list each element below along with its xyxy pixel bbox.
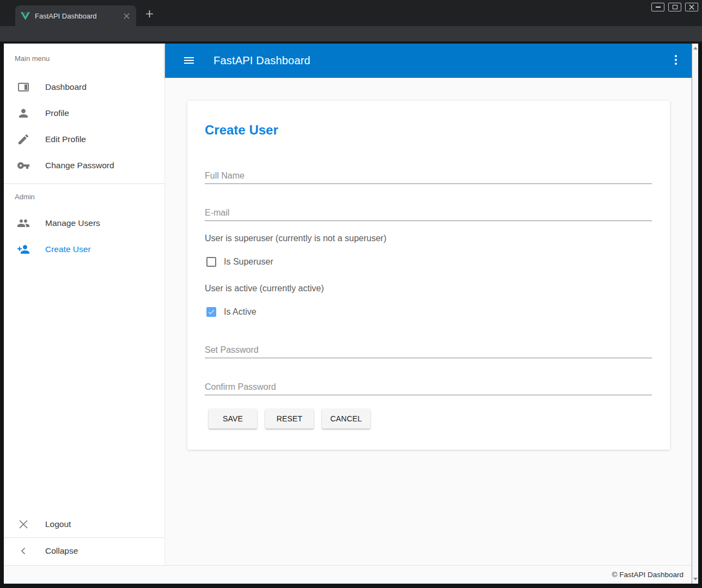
sidebar-item-create-user[interactable]: Create User — [4, 236, 164, 262]
superuser-checkbox-row: Is Superuser — [206, 257, 273, 267]
app-title: FastAPI Dashboard — [213, 44, 310, 78]
maximize-icon — [673, 5, 677, 9]
sidebar-section-admin: Admin — [4, 184, 164, 206]
superuser-note: User is superuser (currently is not a su… — [205, 234, 386, 243]
sidebar-item-label: Profile — [45, 108, 69, 118]
minimize-icon — [656, 7, 661, 8]
set-password-input[interactable] — [205, 345, 652, 355]
sidebar-bottom: Logout Collapse — [4, 511, 164, 564]
sidebar-item-dashboard[interactable]: Dashboard — [4, 74, 164, 100]
tab-close-icon[interactable] — [122, 11, 131, 20]
email-input[interactable] — [205, 208, 652, 218]
save-button[interactable]: SAVE — [209, 409, 257, 428]
window-controls — [651, 3, 698, 11]
people-icon — [17, 217, 30, 230]
new-tab-button[interactable] — [143, 7, 156, 20]
full-name-input[interactable] — [205, 171, 652, 181]
page-footer: © FastAPI Dashboard — [4, 565, 692, 584]
sidebar-section-main-menu: Main menu — [4, 44, 164, 65]
main-content: Create User User is superuser (currently… — [165, 78, 692, 565]
key-icon — [17, 159, 30, 172]
sidebar-item-edit-profile[interactable]: Edit Profile — [4, 126, 164, 152]
scroll-up-icon[interactable] — [693, 47, 698, 50]
window-minimize-button[interactable] — [651, 3, 664, 11]
browser-titlebar: FastAPI Dashboard — [0, 0, 702, 26]
confirm-password-field — [205, 373, 652, 395]
sidebar-item-label: Dashboard — [45, 82, 87, 92]
app-bar: FastAPI Dashboard — [165, 44, 692, 78]
close-icon — [689, 4, 694, 10]
browser-toolbar: localhost/main/admin/users/create — [0, 26, 702, 42]
chevron-left-icon — [17, 544, 30, 558]
reset-button[interactable]: RESET — [265, 409, 314, 428]
form-actions: SAVE RESET CANCEL — [209, 409, 370, 428]
hamburger-menu-icon[interactable] — [184, 57, 194, 64]
is-active-checkbox[interactable] — [206, 307, 216, 317]
sidebar-item-label: Collapse — [45, 546, 78, 556]
set-password-field — [205, 336, 652, 358]
vue-logo-icon — [21, 12, 30, 20]
sidebar-item-label: Logout — [45, 519, 71, 529]
scroll-down-icon[interactable] — [693, 578, 698, 580]
sidebar-item-manage-users[interactable]: Manage Users — [4, 210, 164, 236]
active-checkbox-label: Is Active — [224, 307, 257, 317]
cancel-button[interactable]: CANCEL — [322, 409, 370, 428]
sidebar-item-label: Change Password — [45, 161, 114, 170]
active-note: User is active (currently active) — [205, 284, 324, 293]
page-title: Create User — [205, 122, 278, 138]
person-add-icon — [17, 243, 30, 256]
sidebar-item-collapse[interactable]: Collapse — [4, 538, 164, 564]
sidebar: Main menu Dashboard Profile Edit Profile — [4, 44, 165, 565]
app-more-icon[interactable] — [675, 55, 677, 65]
sidebar-item-label: Create User — [45, 244, 91, 254]
window-maximize-button[interactable] — [668, 3, 681, 11]
copyright-text: © FastAPI Dashboard — [612, 566, 683, 584]
create-user-card: Create User User is superuser (currently… — [187, 101, 670, 450]
sidebar-item-label: Manage Users — [45, 218, 100, 228]
confirm-password-input[interactable] — [205, 382, 652, 392]
pencil-icon — [17, 133, 30, 146]
person-icon — [17, 107, 30, 120]
browser-tab[interactable]: FastAPI Dashboard — [15, 5, 136, 26]
email-field — [205, 199, 652, 221]
sidebar-item-logout[interactable]: Logout — [4, 511, 164, 537]
active-checkbox-row: Is Active — [206, 307, 257, 317]
logout-x-icon — [17, 518, 30, 531]
full-name-field — [205, 162, 652, 184]
page-viewport: Main menu Dashboard Profile Edit Profile — [4, 44, 692, 584]
scrollbar[interactable] — [692, 44, 698, 584]
sidebar-item-label: Edit Profile — [45, 134, 86, 144]
sidebar-item-profile[interactable]: Profile — [4, 100, 164, 126]
superuser-checkbox-label: Is Superuser — [224, 257, 273, 267]
tab-title: FastAPI Dashboard — [35, 12, 122, 20]
dashboard-icon — [17, 81, 30, 94]
sidebar-item-change-password[interactable]: Change Password — [4, 152, 164, 179]
window-close-button[interactable] — [685, 3, 698, 11]
is-superuser-checkbox[interactable] — [206, 257, 216, 267]
